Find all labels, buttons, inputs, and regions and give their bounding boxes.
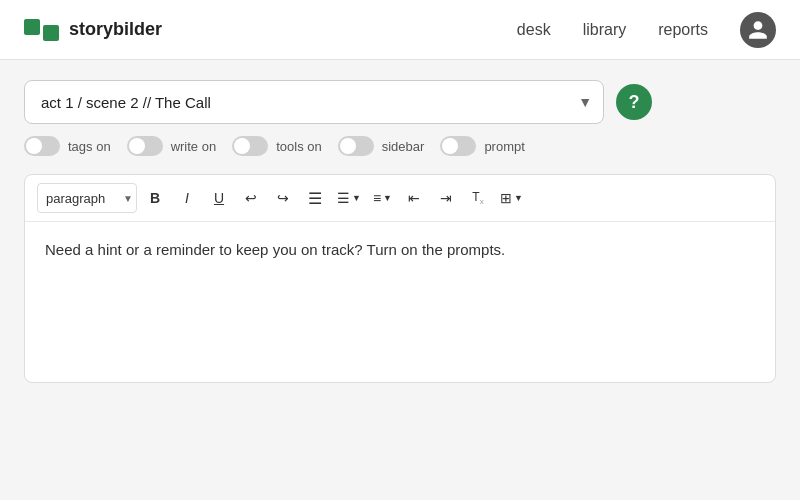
bullet-list-button[interactable]: ☰ [301, 184, 329, 212]
editor-content: Need a hint or a reminder to keep you on… [45, 241, 505, 258]
user-avatar[interactable] [740, 12, 776, 48]
undo-button[interactable]: ↩ [237, 184, 265, 212]
toggle-tags-label: tags on [68, 139, 111, 154]
toggle-tools-switch[interactable] [232, 136, 268, 156]
user-icon [747, 19, 769, 41]
help-button[interactable]: ? [616, 84, 652, 120]
toggle-prompt-switch[interactable] [440, 136, 476, 156]
ordered-list-button[interactable]: ☰ ▼ [333, 184, 365, 212]
toggle-sidebar[interactable]: sidebar [338, 136, 425, 156]
nav-links: desk library reports [517, 12, 776, 48]
logo-square-1 [24, 19, 40, 35]
main-content: act 1 / scene 1 // The Beginningact 1 / … [0, 60, 800, 403]
toggle-write-switch[interactable] [127, 136, 163, 156]
toggles-row: tags on write on tools on sidebar prompt [24, 136, 776, 156]
clear-format-button[interactable]: Tx [464, 184, 492, 212]
toggle-tags-switch[interactable] [24, 136, 60, 156]
paragraph-style-select[interactable]: paragraph Heading 1 Heading 2 [37, 183, 137, 213]
logo-text: storybilder [69, 19, 162, 40]
editor-container: paragraph Heading 1 Heading 2 ▼ B I U ↩ … [24, 174, 776, 383]
scene-dropdown-wrapper: act 1 / scene 1 // The Beginningact 1 / … [24, 80, 604, 124]
ordered-list-chevron: ▼ [352, 193, 361, 203]
logo-area: storybilder [24, 19, 162, 41]
toggle-tools-label: tools on [276, 139, 322, 154]
toggle-prompt-label: prompt [484, 139, 524, 154]
redo-button[interactable]: ↪ [269, 184, 297, 212]
nav-reports[interactable]: reports [658, 21, 708, 39]
table-chevron: ▼ [514, 193, 523, 203]
paragraph-style-wrapper: paragraph Heading 1 Heading 2 ▼ [37, 183, 137, 213]
nav-desk[interactable]: desk [517, 21, 551, 39]
indent-decrease-button[interactable]: ⇤ [400, 184, 428, 212]
toggle-sidebar-switch[interactable] [338, 136, 374, 156]
logo-square-2 [43, 25, 59, 41]
underline-button[interactable]: U [205, 184, 233, 212]
bold-button[interactable]: B [141, 184, 169, 212]
scene-dropdown[interactable]: act 1 / scene 1 // The Beginningact 1 / … [24, 80, 604, 124]
italic-button[interactable]: I [173, 184, 201, 212]
header: storybilder desk library reports [0, 0, 800, 60]
align-chevron: ▼ [383, 193, 392, 203]
toggle-tags[interactable]: tags on [24, 136, 111, 156]
align-button[interactable]: ≡ ▼ [369, 184, 396, 212]
scene-selector-row: act 1 / scene 1 // The Beginningact 1 / … [24, 80, 776, 124]
indent-increase-button[interactable]: ⇥ [432, 184, 460, 212]
toggle-write[interactable]: write on [127, 136, 217, 156]
logo-icon [24, 19, 59, 41]
editor-toolbar: paragraph Heading 1 Heading 2 ▼ B I U ↩ … [25, 175, 775, 222]
toggle-tools[interactable]: tools on [232, 136, 322, 156]
toggle-write-label: write on [171, 139, 217, 154]
table-button[interactable]: ⊞ ▼ [496, 184, 527, 212]
toggle-prompt[interactable]: prompt [440, 136, 524, 156]
toggle-sidebar-label: sidebar [382, 139, 425, 154]
editor-body[interactable]: Need a hint or a reminder to keep you on… [25, 222, 775, 382]
nav-library[interactable]: library [583, 21, 627, 39]
